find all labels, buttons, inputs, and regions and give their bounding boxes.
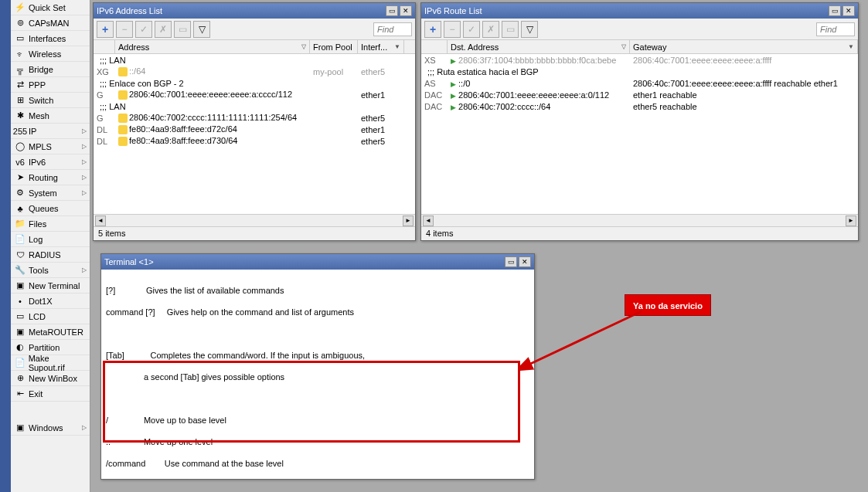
sidebar-item-windows[interactable]: ▣Windows▷ bbox=[11, 420, 90, 436]
chevron-right-icon: ▷ bbox=[82, 189, 87, 196]
side-label: MetaROUTER bbox=[29, 327, 83, 337]
scrollbar[interactable]: ◄► bbox=[421, 214, 858, 226]
table-row[interactable]: DLfe80::4aa9:8aff:feee:d72c/64ether1 bbox=[94, 124, 415, 135]
sidebar-item[interactable]: ⊕New WinBox bbox=[11, 371, 90, 386]
sidebar-item[interactable]: 📄Log bbox=[11, 232, 90, 247]
side-label: LCD bbox=[29, 312, 46, 321]
add-button[interactable]: + bbox=[97, 21, 114, 38]
sidebar-item[interactable]: ◯MPLS▷ bbox=[11, 139, 90, 154]
sidebar-item[interactable]: ✱Mesh bbox=[11, 108, 90, 124]
sidebar-item[interactable]: ♣Queues bbox=[11, 201, 90, 216]
table-row[interactable]: G2806:40c:7001:eeee:eeee:eeee:a:cccc/112… bbox=[94, 89, 415, 100]
table-row[interactable]: ;;; LAN bbox=[94, 54, 415, 66]
table-row[interactable]: AS▶ ::/02806:40c:7001:eeee:eeee:eeee:a:f… bbox=[421, 77, 858, 89]
titlebar[interactable]: Terminal <1> ▭ ✕ bbox=[101, 254, 534, 270]
sidebar-item[interactable]: ⇄PPP bbox=[11, 77, 90, 93]
sidebar-item[interactable]: 📄Make Supout.rif bbox=[11, 355, 90, 371]
chevron-right-icon: ▷ bbox=[82, 127, 87, 134]
term-line: / Move up to base level bbox=[106, 415, 529, 426]
side-label: PPP bbox=[29, 80, 46, 90]
table-row[interactable]: ;;; LAN bbox=[94, 100, 415, 112]
side-label: Interfaces bbox=[29, 34, 66, 43]
col-gateway[interactable]: Gateway bbox=[633, 42, 666, 52]
side-icon: ✱ bbox=[14, 110, 26, 122]
sidebar-item[interactable]: 🛡RADIUS bbox=[11, 247, 90, 263]
side-icon: 📄 bbox=[14, 357, 26, 369]
sidebar-item[interactable]: 255IP▷ bbox=[11, 124, 90, 139]
side-label: RADIUS bbox=[29, 250, 61, 260]
side-label: Partition bbox=[29, 343, 60, 352]
sidebar-item[interactable]: ⊚CAPsMAN bbox=[11, 15, 90, 31]
table-row[interactable]: XS▶ 2806:3f7:1004:bbbb:bbbb:bbbb:f0ca:be… bbox=[421, 54, 858, 66]
sidebar-item[interactable]: ⇤Exit bbox=[11, 386, 90, 402]
disable-button[interactable]: ✗ bbox=[155, 21, 172, 38]
sidebar-item[interactable]: ⚙System▷ bbox=[11, 185, 90, 201]
sidebar-item[interactable]: v6IPv6▷ bbox=[11, 154, 90, 170]
sidebar-item[interactable]: •Dot1X bbox=[11, 294, 90, 309]
addr-icon bbox=[118, 67, 128, 76]
filter-button[interactable]: ▽ bbox=[193, 21, 210, 38]
side-icon: ⊕ bbox=[14, 372, 26, 385]
side-icon: ⚙ bbox=[14, 187, 26, 199]
sidebar-item[interactable]: ▣New Terminal bbox=[11, 278, 90, 294]
side-label: Mesh bbox=[29, 111, 49, 120]
sidebar-item[interactable]: ╦Bridge bbox=[11, 62, 90, 77]
sidebar-item[interactable]: ⊞Switch bbox=[11, 93, 90, 108]
side-icon: ⇄ bbox=[14, 79, 26, 91]
sidebar-item[interactable]: ➤Routing▷ bbox=[11, 170, 90, 185]
col-from-pool[interactable]: From Pool bbox=[313, 42, 352, 52]
col-dst[interactable]: Dst. Address bbox=[451, 42, 499, 52]
filter-button[interactable]: ▽ bbox=[521, 21, 538, 38]
find-input[interactable] bbox=[373, 22, 412, 36]
titlebar[interactable]: IPv6 Route List ▭ ✕ bbox=[421, 3, 858, 19]
enable-button[interactable]: ✓ bbox=[463, 21, 480, 38]
table-row[interactable]: ;;; Enlace con BGP - 2 bbox=[94, 77, 415, 89]
min-icon[interactable]: ▭ bbox=[386, 5, 398, 16]
sidebar-item[interactable]: 📁Files bbox=[11, 216, 90, 232]
sidebar-item[interactable]: 🔧Tools▷ bbox=[11, 263, 90, 278]
table-row[interactable]: ;;; Ruta estatica hacia el BGP bbox=[421, 66, 858, 77]
sidebar-item[interactable]: ▣MetaROUTER bbox=[11, 324, 90, 340]
find-input[interactable] bbox=[816, 22, 855, 36]
sidebar-item[interactable]: ᯤWireless bbox=[11, 46, 90, 62]
addr-icon bbox=[118, 114, 128, 123]
close-icon[interactable]: ✕ bbox=[400, 5, 412, 16]
col-interface[interactable]: Interf... bbox=[361, 42, 387, 52]
table-row[interactable]: DAC▶ 2806:40c:7002:cccc::/64ether5 reach… bbox=[421, 100, 858, 112]
close-icon[interactable]: ✕ bbox=[519, 256, 531, 267]
table-row[interactable]: DLfe80::4aa9:8aff:feee:d730/64ether5 bbox=[94, 135, 415, 147]
comment-button[interactable]: ▭ bbox=[174, 21, 191, 38]
sidebar-item[interactable]: ▭Interfaces bbox=[11, 31, 90, 46]
remove-button[interactable]: − bbox=[444, 21, 461, 38]
enable-button[interactable]: ✓ bbox=[135, 21, 152, 38]
add-button[interactable]: + bbox=[424, 21, 441, 38]
comment-button[interactable]: ▭ bbox=[502, 21, 519, 38]
disable-button[interactable]: ✗ bbox=[482, 21, 499, 38]
route-icon: ▶ bbox=[451, 80, 456, 88]
side-label: Quick Set bbox=[29, 3, 66, 12]
close-icon[interactable]: ✕ bbox=[842, 5, 855, 16]
addr-icon bbox=[118, 125, 128, 134]
sidebar: ⚡Quick Set⊚CAPsMAN▭InterfacesᯤWireless╦B… bbox=[0, 0, 90, 492]
table-row[interactable]: XG::/64my-poolether5 bbox=[94, 66, 415, 77]
table-row[interactable]: G2806:40c:7002:cccc:1111:1111:1111:254/6… bbox=[94, 112, 415, 124]
side-icon: ▭ bbox=[14, 310, 26, 323]
scrollbar[interactable]: ◄► bbox=[94, 214, 415, 226]
side-icon: ▣ bbox=[14, 280, 26, 292]
side-label: New Terminal bbox=[29, 281, 80, 290]
side-icon: 🛡 bbox=[14, 249, 26, 261]
term-line: /command Use command at the base level bbox=[106, 458, 529, 469]
col-address[interactable]: Address bbox=[118, 42, 149, 52]
sidebar-item[interactable]: ▭LCD bbox=[11, 309, 90, 324]
term-line: [Tab] Completes the command/word. If the… bbox=[106, 350, 529, 361]
min-icon[interactable]: ▭ bbox=[505, 256, 517, 267]
titlebar[interactable]: IPv6 Address List ▭ ✕ bbox=[94, 3, 415, 19]
side-icon: 📄 bbox=[14, 233, 26, 246]
terminal-body[interactable]: [?] Gives the list of available commands… bbox=[101, 270, 534, 479]
route-icon: ▶ bbox=[451, 103, 456, 111]
sidebar-item[interactable]: ⚡Quick Set bbox=[11, 0, 90, 15]
remove-button[interactable]: − bbox=[116, 21, 133, 38]
min-icon[interactable]: ▭ bbox=[829, 5, 841, 16]
table-row[interactable]: DAC▶ 2806:40c:7001:eeee:eeee:eeee:a:0/11… bbox=[421, 89, 858, 100]
annotation-callout: Ya no da servicio bbox=[625, 294, 711, 316]
